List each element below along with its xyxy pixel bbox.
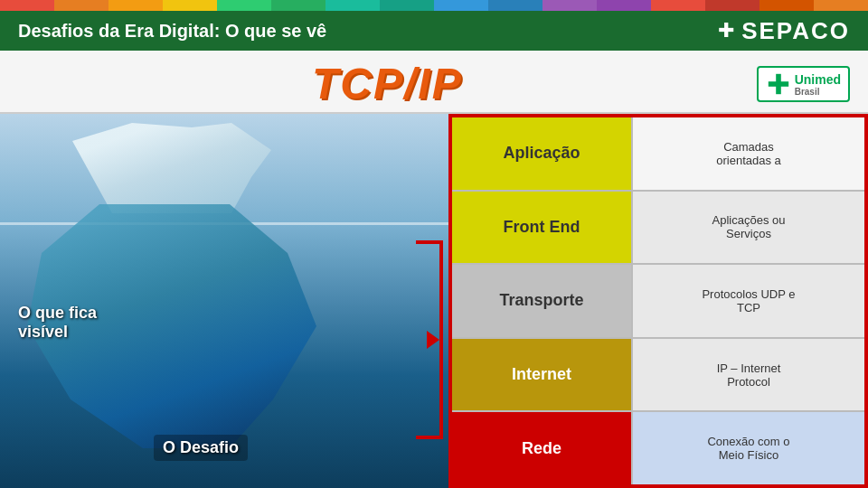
top-bar-segment (434, 0, 488, 11)
bracket-marker (416, 240, 443, 439)
table-row: InternetIP – Internet Protocol (452, 339, 864, 413)
unimed-badge: Unimed Brasil (757, 66, 850, 102)
top-bar-segment (0, 0, 54, 11)
sepaco-text: SEPACO (741, 17, 850, 45)
top-bar-segment (542, 0, 597, 11)
unimed-logo-icon (766, 71, 791, 97)
sepaco-logo: ✚ SEPACO (718, 17, 850, 45)
header: Desafios da Era Digital: O que se vê ✚ S… (0, 11, 868, 51)
desc-cell: IP – Internet Protocol (633, 339, 864, 411)
top-bar-segment (760, 0, 814, 11)
layer-cell: Transporte (452, 265, 633, 337)
desc-cell: Camadas orientadas a (633, 117, 864, 190)
top-bar-segment (597, 0, 651, 11)
top-bar-segment (54, 0, 108, 11)
top-color-bar (0, 0, 868, 11)
bracket-arrow-icon (427, 331, 439, 349)
page-title: Desafios da Era Digital: O que se vê (18, 21, 326, 42)
layer-cell: Front End (452, 192, 633, 264)
top-bar-segment (217, 0, 271, 11)
visible-label: O que fica visível (18, 304, 97, 342)
sepaco-cross-icon: ✚ (718, 19, 734, 42)
table-row: Front EndAplicações ou Serviços (452, 192, 864, 266)
iceberg-above-water (72, 123, 271, 213)
layer-cell: Rede (452, 412, 633, 484)
table-row: AplicaçãoCamadas orientadas a (452, 117, 864, 192)
unimed-sub: Brasil (795, 87, 841, 97)
table-row: TransporteProtocolos UDP e TCP (452, 265, 864, 339)
top-bar-segment (271, 0, 326, 11)
desc-cell: Protocolos UDP e TCP (633, 265, 864, 337)
tcpip-title: TCP/IP (312, 62, 463, 106)
top-bar-segment (705, 0, 760, 11)
main-content: O que fica visível O Desafio AplicaçãoCa… (0, 114, 868, 488)
desc-cell: Conexão com o Meio Físico (633, 412, 864, 484)
subheader: TCP/IP Unimed Brasil (0, 51, 868, 114)
top-bar-segment (488, 0, 542, 11)
top-bar-segment (326, 0, 380, 11)
table-row: RedeConexão com o Meio Físico (452, 412, 864, 484)
top-bar-segment (651, 0, 705, 11)
unimed-label: Unimed (795, 72, 841, 87)
top-bar-segment (380, 0, 434, 11)
layer-cell: Internet (452, 339, 633, 411)
top-bar-segment (163, 0, 217, 11)
top-bar-segment (108, 0, 163, 11)
svg-rect-1 (768, 81, 788, 87)
layer-table: AplicaçãoCamadas orientadas aFront EndAp… (452, 114, 868, 488)
top-bar-segment (814, 0, 868, 11)
desc-cell: Aplicações ou Serviços (633, 192, 864, 264)
iceberg-panel: O que fica visível O Desafio (0, 114, 452, 488)
desafio-label: O Desafio (154, 435, 248, 461)
layer-cell: Aplicação (452, 117, 633, 190)
